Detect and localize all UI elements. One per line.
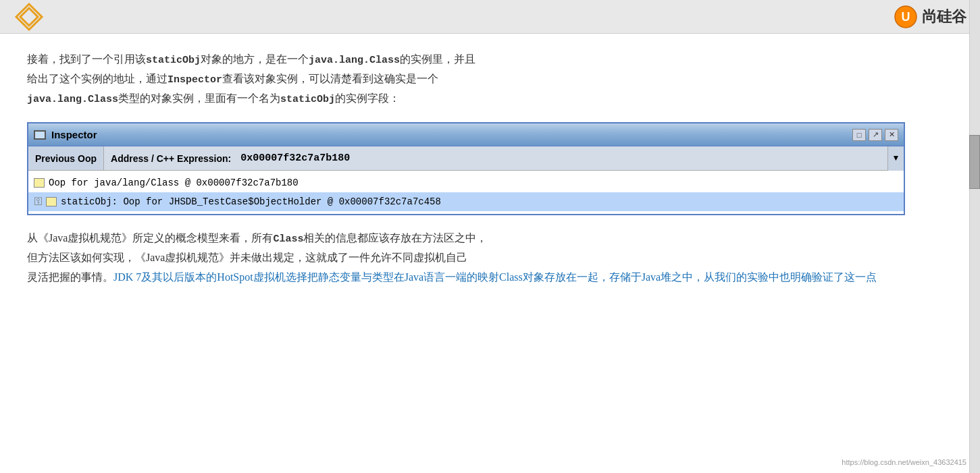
title-close-btn[interactable]: ✕	[885, 129, 898, 141]
inspector-titlebar: Inspector □ ↗ ✕	[28, 123, 904, 146]
inspector-row-1: Oop for java/lang/Class @ 0x00007f32c7a7…	[28, 173, 904, 192]
inspector-addressbar: Previous Oop Address / C++ Expression: 0…	[28, 146, 904, 171]
brand-text: 尚硅谷	[922, 7, 966, 27]
folder-icon-1	[34, 178, 45, 188]
intro-text-7: 的实例字段：	[335, 92, 400, 104]
inspector-window: Inspector □ ↗ ✕ Previous Oop Address / C…	[27, 122, 905, 215]
bottom-link[interactable]: JDK 7及其以后版本的HotSpot虚拟机选择把静态变量与类型在Java语言一…	[113, 271, 877, 283]
top-bar: U 尚硅谷	[0, 0, 980, 34]
folder-icon-2	[46, 197, 57, 206]
intro-text-6: 类型的对象实例，里面有一个名为	[118, 92, 280, 104]
intro-paragraph: 接着，找到了一个引用该staticObj对象的地方，是在一个java.lang.…	[27, 50, 953, 109]
content-area: 接着，找到了一个引用该staticObj对象的地方，是在一个java.lang.…	[0, 34, 980, 304]
intro-code-5: staticObj	[280, 94, 335, 105]
bottom-text-2: 相关的信息都应该存放在方法区之中，	[303, 232, 487, 244]
bottom-paragraph: 从《Java虚拟机规范》所定义的概念模型来看，所有Class相关的信息都应该存放…	[27, 229, 953, 287]
scrollbar-thumb[interactable]	[969, 135, 980, 189]
row-text-2: staticObj: Oop for JHSDB_TestCase$Object…	[61, 196, 441, 207]
addr-dropdown[interactable]: ▼	[887, 146, 904, 171]
page-wrapper: U 尚硅谷 接着，找到了一个引用该staticObj对象的地方，是在一个java…	[0, 0, 980, 473]
intro-text-5: 查看该对象实例，可以清楚看到这确实是一个	[222, 73, 438, 84]
brand-u-icon: U	[894, 5, 918, 29]
addr-field-label: Address / C++ Expression:	[104, 153, 238, 164]
intro-text-1: 接着，找到了一个引用该	[27, 53, 146, 65]
inspector-title-buttons: □ ↗ ✕	[852, 129, 898, 141]
intro-code-4: java.lang.Class	[27, 94, 118, 105]
window-icon	[34, 130, 46, 140]
inspector-title-text: Inspector	[51, 129, 97, 140]
addr-value: 0x00007f32c7a7b180	[238, 152, 887, 164]
inspector-content: Oop for java/lang/Class @ 0x00007f32c7a7…	[28, 171, 904, 214]
bottom-text-4: 灵活把握的事情。	[27, 271, 113, 283]
bottom-text-1: 从《Java虚拟机规范》所定义的概念模型来看，所有	[27, 232, 273, 244]
bottom-text-3: 但方法区该如何实现，《Java虚拟机规范》并未做出规定，这就成了一件允许不同虚拟…	[27, 252, 467, 263]
diamond-logo-icon	[14, 1, 45, 32]
title-minimize-btn[interactable]: □	[852, 129, 866, 141]
addr-label: Previous Oop	[28, 146, 104, 170]
brand-logo: U 尚硅谷	[894, 5, 966, 29]
watermark: https://blog.csdn.net/weixn_43632415	[842, 458, 966, 466]
svg-text:U: U	[902, 10, 910, 24]
intro-text-3: 的实例里，并且	[400, 53, 475, 65]
intro-text-4: 给出了这个实例的地址，通过	[27, 73, 167, 84]
intro-text-2: 对象的地方，是在一个	[201, 53, 309, 65]
right-scrollbar[interactable]	[969, 0, 980, 473]
inspector-title-left: Inspector	[34, 129, 97, 140]
intro-code-3: Inspector	[167, 74, 222, 86]
key-icon: ⚿	[34, 196, 43, 207]
title-restore-btn[interactable]: ↗	[869, 129, 882, 141]
logo-area	[14, 1, 45, 32]
bottom-code-1: Class	[273, 233, 303, 245]
row-text-1: Oop for java/lang/Class @ 0x00007f32c7a7…	[49, 177, 299, 188]
intro-code-2: java.lang.Class	[309, 55, 400, 66]
intro-code-1: staticObj	[146, 55, 201, 66]
inspector-row-2[interactable]: ⚿ staticObj: Oop for JHSDB_TestCase$Obje…	[28, 192, 904, 211]
